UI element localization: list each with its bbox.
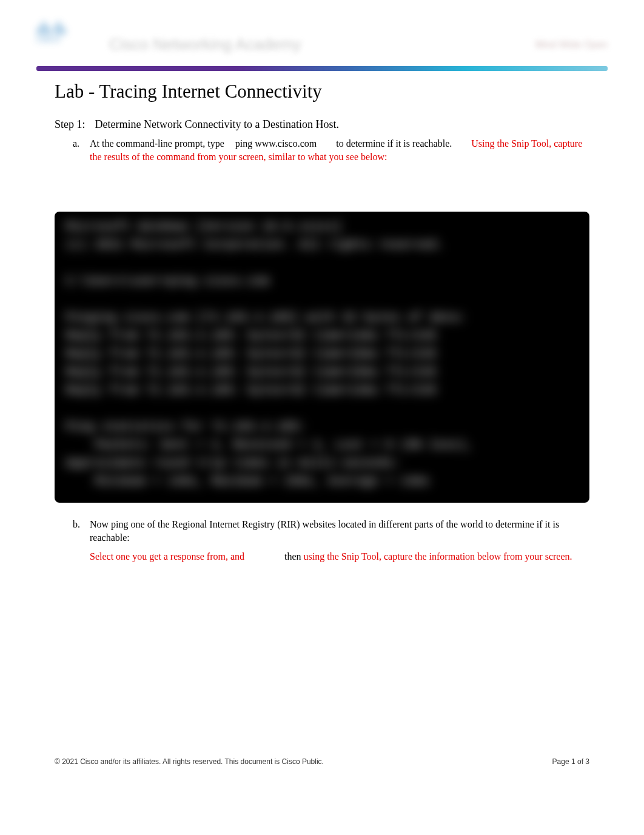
cisco-logo: CISCO [36,21,94,58]
text-segment: then [284,551,301,562]
page-total: of 3 [577,757,589,766]
page-title: Lab - Tracing Internet Connectivity [55,81,589,102]
list-item: a. At the command-line prompt, type ping… [73,137,589,163]
document-body: Lab - Tracing Internet Connectivity Step… [36,81,608,563]
list-marker: a. [73,137,79,150]
text-segment: At the command-line prompt, type [90,137,224,150]
header-divider-bar [36,66,608,71]
terminal-output: Microsoft Windows [Version 10.0.xxxxx] (… [55,212,589,503]
header-subtitle: Cisco Networking Academy [109,35,301,54]
instruction-highlight: using the Snip Tool, capture the informa… [304,551,572,562]
list-item: b. Now ping one of the Regional Internet… [73,518,589,563]
step-heading: Step 1: Determine Network Connectivity t… [55,118,589,131]
step-label: Step 1: [55,118,92,131]
page-current: 1 [571,757,575,766]
header-tagline: Mind Wide Open [535,39,608,50]
command-text: ping www.cisco.com [235,137,317,150]
copyright-text: © 2021 Cisco and/or its affiliates. All … [55,757,324,766]
document-header: CISCO Cisco Networking Academy Mind Wide… [36,24,608,64]
text-segment: to determine if it is reachable. [336,137,452,150]
instruction-list: b. Now ping one of the Regional Internet… [55,518,589,563]
instruction-highlight: Select one you get a response from, and [90,551,244,562]
terminal-screenshot: Microsoft Windows [Version 10.0.xxxxx] (… [55,212,589,503]
page-number: Page 1 of 3 [552,757,589,766]
page-footer: © 2021 Cisco and/or its affiliates. All … [36,757,608,766]
instruction-list: a. At the command-line prompt, type ping… [55,137,589,163]
step-text: Determine Network Connectivity to a Dest… [95,118,339,130]
page-label: Page [552,757,569,766]
text-segment: Now ping one of the Regional Internet Re… [90,519,559,543]
list-marker: b. [73,518,80,531]
